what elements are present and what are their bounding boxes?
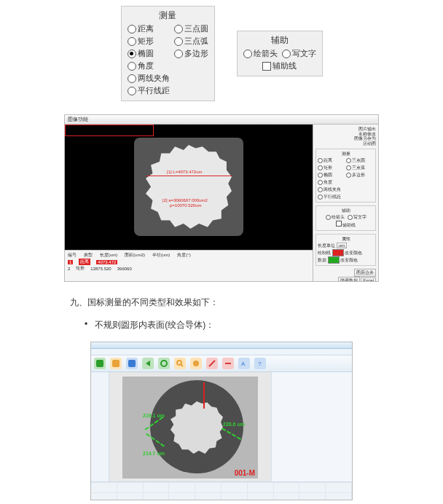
measure-line-1[interactable] [146,176,232,176]
measure-label-2a: [2] a=3060607.000um2 [162,198,208,202]
check-guideline[interactable]: 辅助线 [262,60,297,71]
svg-rect-2 [128,360,136,367]
toolbar-new-icon[interactable] [94,358,106,369]
heading-9: 九、国标测量的不同类型和效果如下： [70,296,443,309]
menu-bar[interactable] [91,349,352,355]
image-canvas[interactable]: 219.1 um 214.7 um 220.6 um 001-M [109,372,271,481]
svg-marker-3 [146,361,150,366]
btn-save-as[interactable]: 图像另存为 [315,136,376,141]
toolbar-save-icon[interactable] [126,358,138,369]
svg-text:?: ? [258,361,262,367]
aux-panel: 辅助 绘箭头 写文字 辅助线 [237,31,323,76]
aux-panel-title: 辅助 [243,34,316,47]
toolbar-zoom-icon[interactable] [174,358,186,369]
watermark: 001-M [235,469,255,477]
radio-polygon[interactable]: 多边形 [174,48,208,59]
measure-label-1: [1] L=4073.472um [167,170,203,174]
btn-export-image[interactable]: 图片输出 [315,127,376,132]
svg-text:A: A [241,361,246,367]
radio-ellipse[interactable]: 椭圆 [128,48,170,59]
right-properties-pane [271,372,352,481]
window-title: 图像功能 [68,117,88,122]
sidebar-aux-group: 辅助 绘箭头 写文字 辅助线 [315,205,376,231]
radio-write-text[interactable]: 写文字 [282,48,316,59]
toolbar-text-icon[interactable]: A [238,358,250,369]
measure-box-2[interactable] [65,125,154,136]
results-table: 编号 类型 长度(um) 面积(um2) 半径(um) 角度(°) 1 距离 4… [65,250,313,282]
btn-live[interactable]: 活动图 [315,141,376,146]
svg-line-6 [181,364,183,366]
radio-draw-arrow[interactable]: 绘箭头 [243,48,278,59]
measure-panel-title: 测量 [128,9,208,22]
toolbar-measure-icon[interactable] [206,358,218,369]
footer-grid [91,481,352,500]
radio-3pt-arc[interactable]: 三点弧 [174,36,208,47]
green-label-3: 220.6 um [223,422,245,427]
red-measure-line[interactable] [203,382,205,409]
screenshot-app-window: A ? 219.1 um 214.7 um 220.6 um 001-M [90,342,353,500]
measure-options: 距离 三点圆 矩形 三点弧 椭圆 多边形 角度 两线夹角 平行线距 [128,23,208,96]
radio-distance[interactable]: 距离 [128,23,170,34]
toolbar: A ? [91,355,352,372]
sidebar-attr-group: 属性 长度单位 um 绘制线 改变颜色 数据 改变颜色 [315,234,376,266]
toolbar-line-icon[interactable] [222,358,234,369]
left-gutter [91,372,109,481]
green-label-2: 214.7 um [143,451,165,456]
top-control-panels: 测量 距离 三点圆 矩形 三点弧 椭圆 多边形 角度 两线夹角 平行线距 辅助 … [0,6,443,101]
sample-image-2: 219.1 um 214.7 um 220.6 um 001-M [122,377,258,479]
toolbar-open-icon[interactable] [110,358,122,369]
toolbar-refresh-icon[interactable] [158,358,170,369]
btn-layer-merge[interactable]: 图层合并 [354,269,376,277]
right-sidebar: 图片输出 名称修改 图像另存为 活动图 测量 距离 三点圆 矩形 三点弧 椭圆 … [313,125,378,282]
window-titlebar: 图像功能 [65,115,378,125]
radio-angle[interactable]: 角度 [128,60,170,71]
sidebar-measure-group: 测量 距离 三点圆 矩形 三点弧 椭圆 多边形 角度 两线夹角 平行线距 [315,149,376,202]
toolbar-back-icon[interactable] [142,358,154,369]
svg-rect-1 [112,360,119,367]
svg-rect-0 [96,360,103,367]
svg-point-4 [161,361,167,366]
radio-parallel[interactable]: 平行线距 [128,85,170,96]
measure-panel: 测量 距离 三点圆 矩形 三点弧 椭圆 多边形 角度 两线夹角 平行线距 [121,6,215,101]
toolbar-help-icon[interactable]: ? [254,358,266,369]
radio-rect[interactable]: 矩形 [128,36,170,47]
toolbar-settings-icon[interactable] [190,358,202,369]
radio-3pt-circle[interactable]: 三点圆 [174,23,208,34]
btn-hide-data[interactable]: 隐藏数据 [338,277,360,282]
viewer-canvas[interactable]: [1] L=4073.472um [2] a=3060607.000um2 p=… [65,125,313,250]
bullet-1: 不规则圆形内表面(绞合导体)： [85,319,443,331]
window-chrome [91,342,352,349]
swatch-red[interactable] [332,249,344,256]
svg-point-7 [193,361,199,366]
radio-two-line-angle[interactable]: 两线夹角 [128,73,170,84]
sample-image [134,138,243,236]
measure-label-2p: p=10070.520um [170,203,202,208]
table-row[interactable]: 2 矩形 12875.520 396060 [68,265,310,272]
table-row[interactable]: 1 距离 4073.472 [68,259,310,265]
green-label-1: 219.1 um [143,413,165,418]
btn-excel[interactable]: Excel [361,277,376,282]
screenshot-image-viewer: 图像功能 [1] L=4073.472um [2] a=3060607.000u… [64,114,379,282]
swatch-green[interactable] [328,256,340,264]
blob-shape [146,145,232,229]
btn-rename[interactable]: 名称修改 [315,132,376,137]
